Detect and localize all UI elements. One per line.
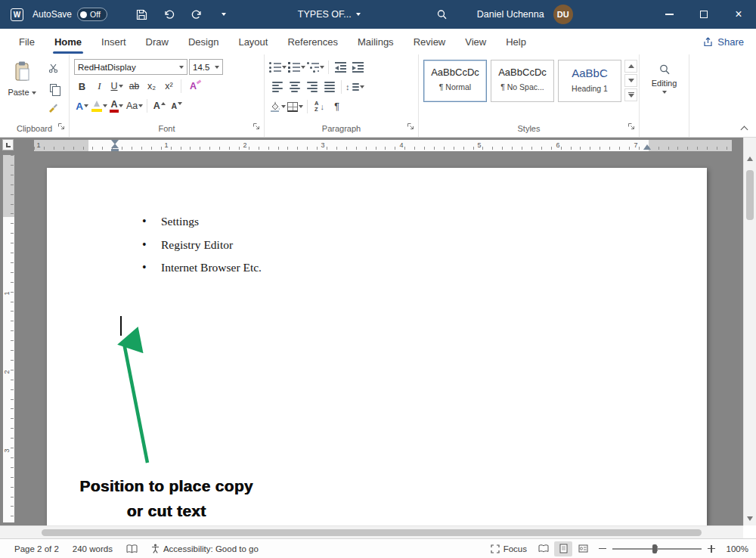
share-button[interactable]: Share xyxy=(703,36,744,48)
styles-more-icon[interactable] xyxy=(624,88,637,101)
tab-mailings[interactable]: Mailings xyxy=(348,29,404,54)
autosave-toggle[interactable]: Off xyxy=(77,8,107,21)
status-word-count[interactable]: 240 words xyxy=(66,539,119,558)
quick-access-menu-icon[interactable] xyxy=(215,5,233,23)
tab-design[interactable]: Design xyxy=(178,29,228,54)
bullet-item[interactable]: Settings xyxy=(161,210,262,234)
search-icon[interactable] xyxy=(433,5,451,23)
document-title[interactable]: TYPES OF... xyxy=(298,9,361,20)
tab-file[interactable]: File xyxy=(9,29,45,54)
zoom-slider[interactable] xyxy=(612,548,702,550)
horizontal-ruler[interactable]: 1 1 2 3 4 5 6 7 xyxy=(34,140,732,151)
style-heading1[interactable]: AaBbC Heading 1 xyxy=(558,60,621,102)
clear-formatting-button[interactable]: A xyxy=(185,79,201,95)
align-right-button[interactable] xyxy=(304,79,320,95)
undo-icon[interactable] xyxy=(160,5,178,23)
cut-button[interactable] xyxy=(43,60,63,76)
tab-home[interactable]: Home xyxy=(45,29,91,54)
borders-button[interactable] xyxy=(287,99,303,115)
web-layout-button[interactable] xyxy=(574,541,592,556)
copy-button[interactable] xyxy=(43,79,63,96)
left-indent-marker[interactable] xyxy=(111,149,119,152)
align-left-button[interactable] xyxy=(269,79,285,95)
zoom-out-button[interactable] xyxy=(599,548,606,550)
bold-button[interactable]: B xyxy=(74,79,90,95)
proofing-button[interactable] xyxy=(119,539,144,558)
font-family-combo[interactable]: RedHatDisplay xyxy=(74,59,187,75)
shading-button[interactable] xyxy=(269,99,286,115)
change-case-button[interactable]: Aa xyxy=(126,98,143,114)
multilevel-list-button[interactable] xyxy=(307,60,324,76)
word-logo-icon[interactable]: W xyxy=(11,8,23,21)
scroll-up-icon[interactable] xyxy=(747,157,753,161)
increase-indent-button[interactable] xyxy=(350,60,366,76)
save-button[interactable] xyxy=(133,5,151,23)
show-hide-pilcrow-button[interactable]: ¶ xyxy=(329,99,345,115)
styles-scroll-down-icon[interactable] xyxy=(624,74,637,87)
right-indent-marker[interactable] xyxy=(643,144,651,150)
line-spacing-button[interactable]: ↕ xyxy=(345,79,364,95)
decrease-indent-button[interactable] xyxy=(333,60,349,76)
vertical-scrollbar[interactable] xyxy=(743,152,756,525)
read-mode-button[interactable] xyxy=(534,541,553,556)
scroll-down-icon[interactable] xyxy=(747,516,753,521)
vertical-scrollbar-thumb[interactable] xyxy=(746,170,754,220)
tab-selector[interactable] xyxy=(2,139,14,150)
paste-button[interactable]: Paste xyxy=(5,57,39,122)
sort-button[interactable]: AZ↓ xyxy=(311,99,327,115)
justify-button[interactable] xyxy=(321,79,337,95)
document-page[interactable]: Settings Registry Editor Internet Browse… xyxy=(47,168,707,525)
strikethrough-button[interactable]: ab xyxy=(126,79,142,95)
tab-layout[interactable]: Layout xyxy=(228,29,277,54)
zoom-in-button[interactable] xyxy=(708,545,715,553)
style-no-spacing[interactable]: AaBbCcDc ¶ No Spac... xyxy=(491,60,554,102)
subscript-button[interactable]: x₂ xyxy=(144,79,160,95)
grow-font-button[interactable]: A xyxy=(151,98,167,114)
hanging-indent-marker[interactable] xyxy=(111,144,119,148)
align-center-button[interactable] xyxy=(287,79,302,95)
horizontal-scrollbar[interactable] xyxy=(0,525,743,538)
accessibility-status[interactable]: Accessibility: Good to go xyxy=(144,539,265,558)
font-dialog-launcher-icon[interactable] xyxy=(253,121,260,134)
style-normal[interactable]: AaBbCcDc ¶ Normal xyxy=(423,60,487,102)
bullet-item[interactable]: Registry Editor xyxy=(161,234,262,257)
bullet-item[interactable]: Internet Browser Etc. xyxy=(161,256,262,280)
avatar[interactable]: DU xyxy=(553,5,573,24)
horizontal-scrollbar-thumb[interactable] xyxy=(42,529,702,536)
font-size-combo[interactable]: 14.5 xyxy=(189,59,223,75)
print-layout-button[interactable] xyxy=(554,541,572,556)
clipboard-dialog-launcher-icon[interactable] xyxy=(57,121,65,134)
minimize-button[interactable] xyxy=(652,0,686,29)
styles-scroll-up-icon[interactable] xyxy=(624,60,637,73)
user-name[interactable]: Daniel Uchenna xyxy=(477,9,544,20)
font-color-button[interactable]: A xyxy=(109,98,125,114)
tab-insert[interactable]: Insert xyxy=(91,29,136,54)
tab-references[interactable]: References xyxy=(277,29,347,54)
redo-icon[interactable] xyxy=(187,5,206,23)
tab-review[interactable]: Review xyxy=(404,29,456,54)
collapse-ribbon-icon[interactable] xyxy=(741,125,748,132)
text-effects-button[interactable]: A xyxy=(74,98,90,114)
status-page-count[interactable]: Page 2 of 2 xyxy=(8,539,66,558)
superscript-button[interactable]: x² xyxy=(161,79,177,95)
tab-help[interactable]: Help xyxy=(496,29,536,54)
shrink-font-button[interactable]: A xyxy=(169,98,184,114)
highlight-button[interactable] xyxy=(91,98,107,114)
editing-menu-button[interactable]: Editing xyxy=(644,57,684,94)
vertical-ruler[interactable]: 1 2 3 xyxy=(3,155,14,522)
text-cursor[interactable] xyxy=(120,316,122,336)
underline-button[interactable]: U xyxy=(109,79,125,95)
bullet-list-button[interactable] xyxy=(269,60,287,76)
close-button[interactable]: × xyxy=(721,0,756,29)
paragraph-dialog-launcher-icon[interactable] xyxy=(407,121,414,134)
tab-draw[interactable]: Draw xyxy=(136,29,178,54)
zoom-level[interactable]: 100% xyxy=(721,544,748,553)
numbered-list-button[interactable] xyxy=(288,60,305,76)
maximize-button[interactable] xyxy=(686,0,721,29)
styles-dialog-launcher-icon[interactable] xyxy=(627,121,635,134)
tab-view[interactable]: View xyxy=(455,29,496,54)
format-painter-button[interactable] xyxy=(43,99,63,116)
zoom-slider-thumb[interactable] xyxy=(652,544,657,553)
focus-button[interactable]: Focus xyxy=(484,539,534,558)
italic-button[interactable]: I xyxy=(91,79,107,95)
